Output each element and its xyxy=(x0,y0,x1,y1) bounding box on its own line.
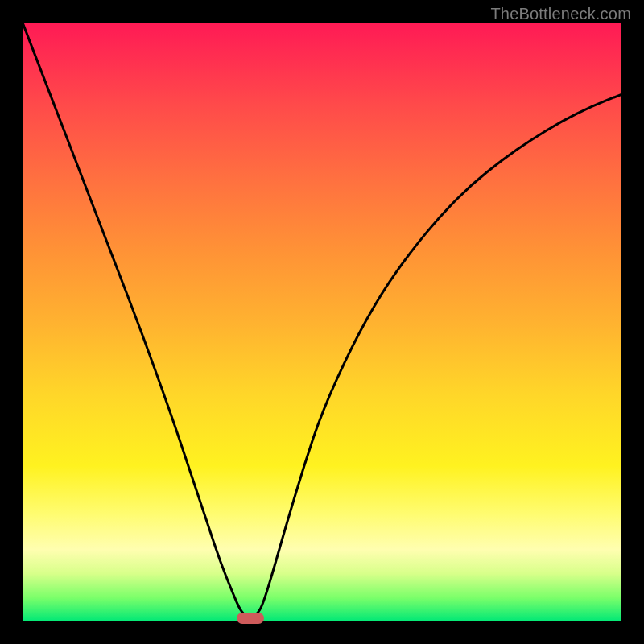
chart-frame: TheBottleneck.com xyxy=(0,0,644,644)
bottleneck-curve xyxy=(23,23,621,621)
watermark-text: TheBottleneck.com xyxy=(490,5,631,23)
plot-area xyxy=(23,23,621,621)
minimum-marker xyxy=(237,613,264,624)
